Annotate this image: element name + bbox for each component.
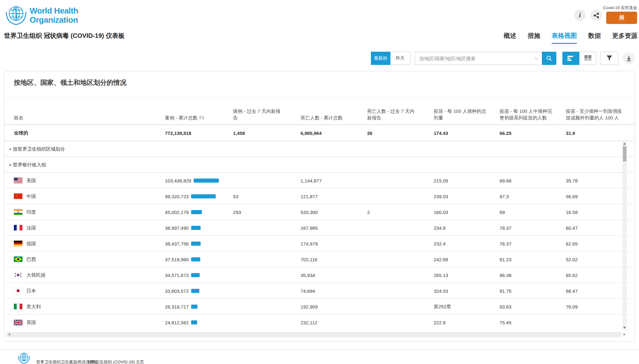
bar-view-icon — [567, 55, 574, 61]
scroll-right-button[interactable] — [622, 332, 627, 337]
vax-doses-value: 215.05 — [434, 178, 487, 183]
situation-table-card: 按地区、国家、领土和地区划分的情况 姓名 案例 - 累计总数 病例 - 过去 7… — [4, 71, 635, 342]
column-header-vaccine-primary[interactable]: 疫苗 - 每 100 人中接种完整初级系列疫苗的人数 — [500, 108, 556, 122]
us-flag-icon — [14, 178, 22, 183]
nav-measures[interactable]: 措施 — [528, 32, 540, 44]
table-row-global[interactable]: 全球的 772,138,818 1,458 6,985,964 26 174.4… — [4, 125, 635, 141]
cases-total-value: 45,002,179 — [165, 209, 189, 215]
vax-doses-value: 232.4 — [434, 241, 487, 246]
deaths-total-value: 35,934 — [301, 272, 359, 278]
table-row[interactable]: 日本 33,803,572 74,694 324.03 81.75 68.47 — [4, 283, 635, 299]
vax-primary-value: 81.23 — [500, 257, 556, 262]
global-deaths-new: 26 — [367, 130, 418, 136]
column-header-cases-total[interactable]: 案例 - 累计总数 — [165, 114, 228, 121]
vax-doses-value: 324.03 — [434, 288, 487, 293]
search-icon — [546, 55, 552, 61]
table-row[interactable]: 德国 38,437,756 174,979 232.4 76.37 62.65 — [4, 236, 635, 251]
vax-primary-value: 78.37 — [500, 225, 556, 230]
info-button[interactable]: i — [574, 9, 586, 21]
table-row[interactable]: 中国 99,320,723 53 121,877 239.03 87.3 56.… — [4, 188, 635, 204]
country-name: 美国 — [26, 177, 36, 183]
global-cases-link[interactable]: 772,138,818 — [165, 130, 228, 136]
table-view-button[interactable] — [579, 52, 596, 65]
vax-booster-value: 16.58 — [566, 209, 624, 215]
cases-new-value: 53 — [233, 194, 284, 199]
table-row[interactable]: 大韩民国 34,571,873 35,934 265.13 86.38 65.6… — [4, 267, 635, 283]
horizontal-scrollbar[interactable] — [6, 332, 621, 337]
cases-total-value: 26,318,717 — [165, 304, 189, 309]
chevron-down-icon[interactable] — [534, 56, 539, 61]
deaths-total-value: 533,300 — [301, 209, 359, 215]
vax-doses-value: 265.13 — [434, 272, 487, 278]
table-row[interactable]: 巴西 37,519,960 702,116 242.68 81.23 52.02 — [4, 251, 635, 267]
deaths-total-value: 1,144,877 — [301, 178, 359, 183]
nav-overview[interactable]: 概述 — [504, 32, 516, 44]
global-vax-primary: 66.25 — [500, 130, 556, 136]
table-row[interactable]: 英国 24,812,582 232,112 222.8 75.45 — [4, 315, 635, 330]
country-name: 大韩民国 — [26, 272, 45, 278]
bar-view-button[interactable] — [562, 52, 579, 65]
column-header-deaths-total[interactable]: 死亡人数 - 累计总数 — [301, 114, 359, 121]
cases-total-value: 38,437,756 — [165, 241, 189, 246]
country-name: 巴西 — [26, 256, 36, 262]
vax-booster-value: 62.65 — [566, 241, 624, 246]
cases-bar — [191, 241, 201, 246]
table-row[interactable]: 美国 103,436,829 1,144,877 215.05 69.68 35… — [4, 173, 635, 188]
column-header-name[interactable]: 姓名 — [14, 114, 108, 121]
footer-link-covid-homepage[interactable]: 世界卫生组织 (COVID-19) 主页 — [87, 359, 144, 364]
main-nav: 概述 措施 表格视图 数据 更多资源 — [504, 32, 637, 44]
cases-new-value: 293 — [233, 209, 284, 215]
column-header-vaccine-doses[interactable]: 疫苗 - 每 100 人接种的总剂量 — [434, 108, 487, 122]
expand-row-who-regions[interactable]: + 按世界卫生组织区域划分 — [4, 141, 635, 157]
share-button[interactable] — [590, 9, 602, 21]
search-box — [415, 52, 542, 65]
table-row[interactable]: 法国 38,997,490 167,985 234.8 78.37 60.47 — [4, 220, 635, 236]
who-emblem-icon — [4, 3, 28, 26]
scroll-left-icon[interactable] — [8, 333, 10, 336]
yesterday-toggle-button[interactable]: 昨天 — [390, 52, 410, 65]
vax-doses-value: 第252章 — [434, 303, 487, 309]
deaths-total-value: 174,979 — [301, 241, 359, 246]
download-button[interactable] — [623, 52, 635, 65]
download-icon — [626, 56, 631, 61]
deaths-total-value: 74,694 — [301, 288, 359, 293]
deaths-total-value: 192,909 — [301, 304, 359, 309]
global-name: 全球的 — [14, 130, 108, 136]
vax-primary-value: 69 — [500, 209, 556, 215]
table-row[interactable]: 意大利 26,318,717 192,909 第252章 83.83 76.09 — [4, 299, 635, 315]
sort-descending-icon — [199, 115, 204, 120]
deaths-total-value: 702,116 — [301, 257, 359, 262]
column-header-cases-total-label: 案例 - 累计总数 — [165, 115, 197, 120]
search-input[interactable] — [415, 52, 542, 65]
filter-button[interactable] — [600, 52, 618, 65]
table-view-icon — [584, 55, 591, 61]
cases-total-value: 103,436,829 — [165, 178, 191, 183]
italy-flag-icon — [14, 304, 22, 309]
scroll-down-icon[interactable] — [623, 327, 626, 329]
column-header-vaccine-booster[interactable]: 疫苗 - 至少接种一剂加强疫苗或额外剂量的人 100 人 — [566, 108, 624, 122]
nav-table-view[interactable]: 表格视图 — [552, 32, 577, 44]
china-flag-icon — [14, 194, 22, 199]
column-header-cases-new7d[interactable]: 病例 - 过去 7 天内新报告 — [233, 108, 284, 122]
vax-booster-value: 35.78 — [566, 178, 624, 183]
nav-data[interactable]: 数据 — [588, 32, 601, 44]
donate-button[interactable]: 捐 — [606, 12, 637, 24]
column-header-deaths-new7d[interactable]: 死亡人数 - 过去 7 天内新报告 — [367, 108, 418, 122]
vax-booster-value: 68.47 — [566, 288, 624, 293]
latest-toggle-button[interactable]: 最新的 — [371, 52, 390, 65]
cases-bar — [191, 304, 197, 309]
info-icon: i — [579, 11, 581, 19]
global-cases-new: 1,458 — [233, 130, 284, 136]
table-row[interactable]: 印度 45,002,179 293 533,300 2 160.03 69 16… — [4, 204, 635, 220]
expand-row-world-bank-income[interactable]: + 世界银行收入组 — [4, 157, 635, 173]
search-button[interactable] — [542, 52, 556, 65]
cases-bar — [191, 194, 216, 198]
vertical-scrollbar-thumb[interactable] — [623, 146, 626, 161]
who-wordmark: World Health Organization — [30, 6, 78, 25]
vertical-scrollbar[interactable] — [622, 141, 627, 330]
scroll-up-icon[interactable] — [623, 143, 626, 145]
nav-more-resources[interactable]: 更多资源 — [612, 32, 637, 44]
vax-doses-value: 239.03 — [434, 194, 487, 199]
vax-booster-value: 52.02 — [566, 257, 624, 262]
deaths-new-value: 2 — [367, 209, 418, 215]
